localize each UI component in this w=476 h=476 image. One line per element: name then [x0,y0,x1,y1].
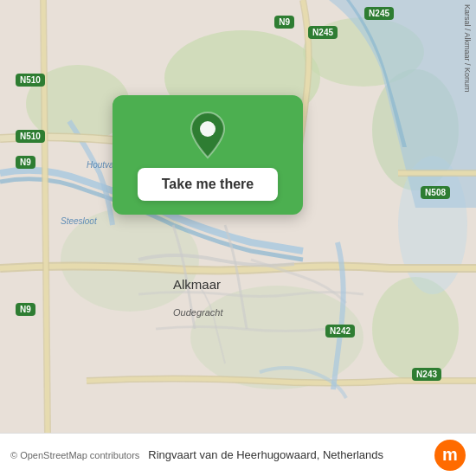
road-badge-n9-top: N9 [274,16,294,29]
road-badge-n242-bot: N242 [325,325,355,338]
footer: © OpenStreetMap contributors Ringvaart v… [0,433,476,476]
svg-point-9 [200,121,215,137]
svg-point-7 [372,277,459,381]
pin-icon [186,111,229,159]
road-badge-n245-mid: N245 [308,26,338,39]
map-container: N245 N9 N510 N510 N9 N9 N508 N242 N243 N… [0,0,476,433]
copyright-text: © OpenStreetMap contributors [10,450,139,460]
take-me-there-button[interactable]: Take me there [138,168,278,201]
road-badge-n9-mid: N9 [16,156,35,169]
svg-text:m: m [442,445,458,464]
sidebar-location-label: Karsal / Alkmaar / Konum [463,4,472,93]
road-badge-n508: N508 [421,186,450,199]
location-label: Ringvaart van de Heerhugowaard, Netherla… [148,448,426,461]
road-badge-n245-top: N245 [364,7,394,20]
navigation-popup: Take me there [113,95,303,215]
city-label-alkmaar: Alkmaar [173,277,221,292]
moovit-logo-icon: m [434,440,466,471]
road-badge-n243-bot: N243 [412,368,441,381]
pin-icon-wrapper [186,111,229,159]
moovit-logo: m [434,440,466,471]
label-oudegracht: Oudegracht [173,307,222,318]
road-badge-n510-left: N510 [16,74,45,87]
label-steesloot: Steesloot [61,216,97,226]
road-badge-n9-bot: N9 [16,303,35,316]
road-badge-n510-mid: N510 [16,130,45,143]
